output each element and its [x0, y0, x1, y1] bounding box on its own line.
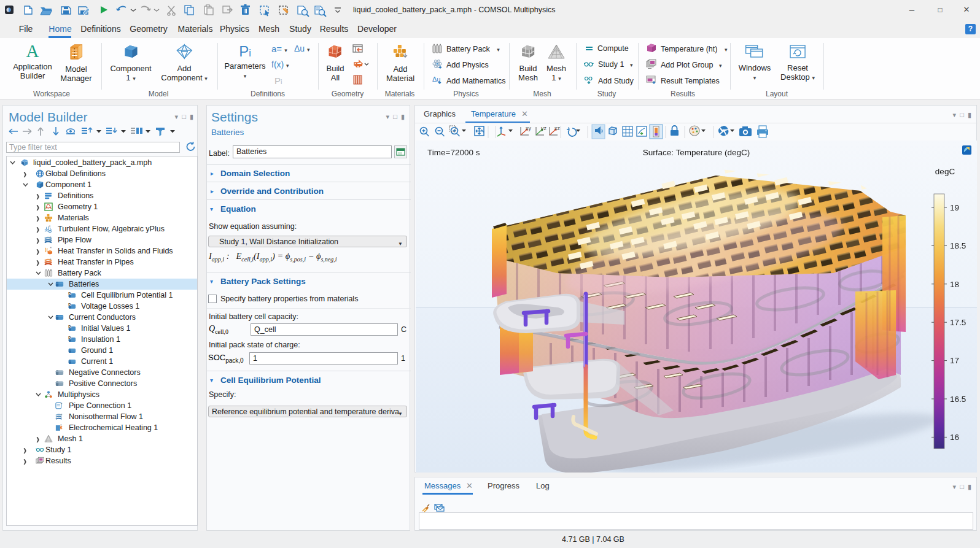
svg-text:*: *	[49, 258, 51, 263]
svg-text:degC: degC	[935, 167, 955, 176]
svg-text:Surface: Temperature (degC): Surface: Temperature (degC)	[643, 148, 750, 157]
svg-text:16: 16	[950, 433, 959, 442]
svg-text:19: 19	[950, 203, 959, 212]
svg-text:*: *	[61, 413, 63, 417]
svg-text:D: D	[68, 291, 71, 295]
svg-text:16.5: 16.5	[950, 395, 966, 404]
svg-text:D: D	[68, 325, 71, 328]
svg-text:*: *	[60, 423, 62, 428]
svg-text:18: 18	[950, 280, 959, 289]
svg-text:yz: yz	[541, 125, 547, 131]
svg-text:17: 17	[950, 356, 959, 365]
svg-text:Time=72000 s: Time=72000 s	[427, 148, 480, 157]
svg-text:*: *	[49, 236, 51, 241]
svg-text:*: *	[61, 402, 63, 406]
svg-text:*: *	[49, 225, 50, 230]
svg-text:18.5: 18.5	[950, 241, 966, 250]
svg-text:D: D	[68, 336, 71, 339]
svg-text:xz: xz	[554, 125, 561, 131]
svg-text:D: D	[68, 303, 71, 306]
svg-text:17.5: 17.5	[950, 318, 966, 327]
svg-text:*: *	[50, 269, 52, 274]
svg-text:*: *	[50, 247, 52, 251]
svg-text:xy: xy	[526, 125, 532, 131]
